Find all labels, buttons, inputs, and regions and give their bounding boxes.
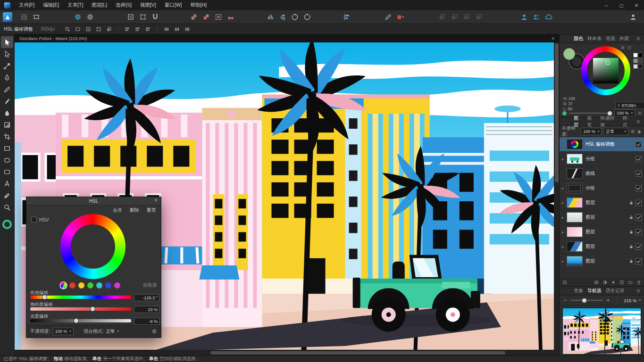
menu-help[interactable]: 帮助[H]	[186, 2, 210, 8]
maximize-button[interactable]: ▢	[614, 3, 629, 8]
adjustment-layer-icon[interactable]	[602, 280, 607, 285]
new-layer-icon[interactable]	[619, 280, 624, 285]
swatch-lightgray[interactable]	[633, 64, 638, 69]
panel-drag-handle-icon[interactable]: ⋮⋮	[563, 289, 569, 293]
hue-shift-slider[interactable]	[30, 296, 131, 299]
zoom-selection-icon[interactable]	[93, 25, 104, 33]
move-tool[interactable]	[1, 36, 13, 48]
layers-blend-mode-dropdown[interactable]: 正常	[603, 128, 628, 135]
boolean-add-icon[interactable]	[436, 12, 448, 22]
align-left-icon[interactable]	[122, 25, 133, 33]
boolean-intersect-icon[interactable]	[460, 12, 473, 22]
layer-visibility-checkbox[interactable]	[636, 185, 642, 191]
align-center-icon[interactable]	[133, 25, 143, 33]
color-sliders-icon[interactable]	[620, 45, 625, 50]
swatch-red[interactable]	[69, 282, 75, 288]
layer-row-art-2[interactable]: 图层	[560, 210, 644, 225]
layer-row-group-car[interactable]: 分组	[560, 152, 644, 166]
menu-file[interactable]: 文件[F]	[15, 2, 39, 8]
hue-wheel[interactable]	[60, 214, 125, 279]
color-wheel[interactable]	[581, 46, 630, 95]
pencil-tool[interactable]	[1, 83, 13, 95]
layer-visibility-checkbox[interactable]	[636, 214, 642, 221]
layer-thumbnail[interactable]	[567, 139, 583, 149]
insert-behind-icon[interactable]	[188, 12, 200, 22]
lock-icon[interactable]	[629, 200, 634, 205]
layers-settings-gear-icon[interactable]	[630, 129, 635, 134]
account-share-icon[interactable]	[518, 12, 530, 22]
distribute-space-icon[interactable]	[182, 25, 192, 33]
zoom-tool[interactable]	[1, 201, 13, 213]
color-picker-tool[interactable]	[1, 189, 13, 201]
color-grid-icon[interactable]	[627, 45, 632, 50]
hsl-adjustment-dialog[interactable]: HSL ✕ 合并 删除 重置 HSV 拾取器 色相偏移 -129.3 ° 饱和度…	[26, 197, 161, 338]
layer-row-curves[interactable]: 曲线	[560, 166, 644, 181]
layers-panel-menu-icon[interactable]	[636, 119, 641, 124]
expander-icon[interactable]	[562, 259, 567, 263]
menu-window[interactable]: 窗口[W]	[160, 2, 186, 8]
menu-layer[interactable]: 图层[L]	[87, 2, 111, 8]
snapping-box-icon[interactable]	[125, 12, 137, 22]
vertical-scrollbar-thumb[interactable]	[555, 43, 559, 182]
hsl-dialog-titlebar[interactable]: HSL ✕	[26, 197, 161, 206]
app-logo-icon[interactable]	[4, 2, 10, 8]
layer-visibility-checkbox[interactable]	[636, 244, 642, 250]
snapping-grid-icon[interactable]	[137, 12, 149, 22]
expander-icon[interactable]	[562, 215, 567, 220]
fill-tool[interactable]	[1, 107, 13, 119]
artboard-icon[interactable]	[30, 12, 42, 22]
expander-icon[interactable]	[562, 230, 567, 234]
layer-visibility-checkbox[interactable]	[636, 171, 642, 177]
rectangle-tool[interactable]	[1, 142, 13, 154]
distribute-vertical-icon[interactable]	[172, 25, 182, 33]
layer-row-art-5[interactable]: 图层	[560, 254, 644, 269]
zoom-width-icon[interactable]	[104, 25, 114, 33]
tab-styles[interactable]: 样式	[623, 115, 632, 128]
new-group-icon[interactable]	[628, 280, 633, 285]
layers-lock-icon[interactable]	[637, 129, 642, 134]
swatch-yellow[interactable]	[78, 282, 84, 288]
reset-button[interactable]: 重置	[147, 207, 156, 214]
layer-thumbnail[interactable]	[567, 154, 583, 164]
insert-in-front-icon[interactable]	[200, 12, 212, 22]
insert-inside-icon[interactable]	[212, 12, 225, 22]
snapping-magnet-icon[interactable]	[149, 12, 161, 22]
zoom-fit-icon[interactable]	[73, 25, 83, 33]
document-tab[interactable]: Giordano Poloni - Miami (215.0%) ✕	[15, 34, 560, 42]
menu-text[interactable]: 文本[T]	[63, 2, 87, 8]
luminosity-shift-handle[interactable]	[74, 318, 79, 323]
mask-layer-icon[interactable]	[594, 280, 599, 285]
tab-history[interactable]: 历史记录	[606, 288, 625, 294]
tab-color[interactable]: 颜色	[574, 35, 583, 42]
layer-visibility-checkbox[interactable]	[636, 229, 642, 235]
layer-row-art-4[interactable]: 图层	[560, 239, 644, 254]
current-color-indicator[interactable]	[2, 220, 12, 229]
ellipse-tool[interactable]	[1, 154, 13, 166]
horizontal-scrollbar-thumb[interactable]	[210, 351, 505, 354]
tab-quick-fx[interactable]: 快速特效	[600, 115, 618, 128]
swatch-cyan[interactable]	[96, 282, 102, 288]
grid-dots-icon[interactable]	[18, 12, 30, 22]
layer-row-art-3[interactable]: 图层	[560, 225, 644, 239]
menu-select[interactable]: 选择[S]	[111, 2, 136, 8]
swatch-darkgray[interactable]	[638, 58, 643, 63]
layer-thumbnail[interactable]	[567, 227, 583, 237]
saturation-shift-value[interactable]: 23 %	[134, 306, 159, 313]
close-button[interactable]: ✕	[629, 3, 644, 8]
pen-tool[interactable]	[1, 72, 13, 83]
navigator-zoom-handle[interactable]	[582, 298, 586, 303]
swatch-master[interactable]	[60, 282, 67, 288]
expander-icon[interactable]	[562, 245, 567, 249]
insert-on-top-icon[interactable]	[225, 12, 237, 22]
thumbnail-options-icon[interactable]	[562, 280, 567, 285]
lock-icon[interactable]	[629, 244, 634, 249]
account-people-icon[interactable]	[530, 12, 543, 22]
zoom-out-icon[interactable]	[563, 298, 568, 303]
account-icon[interactable]	[627, 12, 639, 22]
align-right-icon[interactable]	[143, 25, 153, 33]
zoom-in-icon[interactable]	[606, 298, 611, 303]
layer-row-group[interactable]: 分组	[560, 181, 644, 196]
layer-thumbnail[interactable]	[567, 168, 583, 179]
document-close-icon[interactable]: ✕	[551, 36, 555, 41]
layer-visibility-checkbox[interactable]	[636, 156, 642, 162]
